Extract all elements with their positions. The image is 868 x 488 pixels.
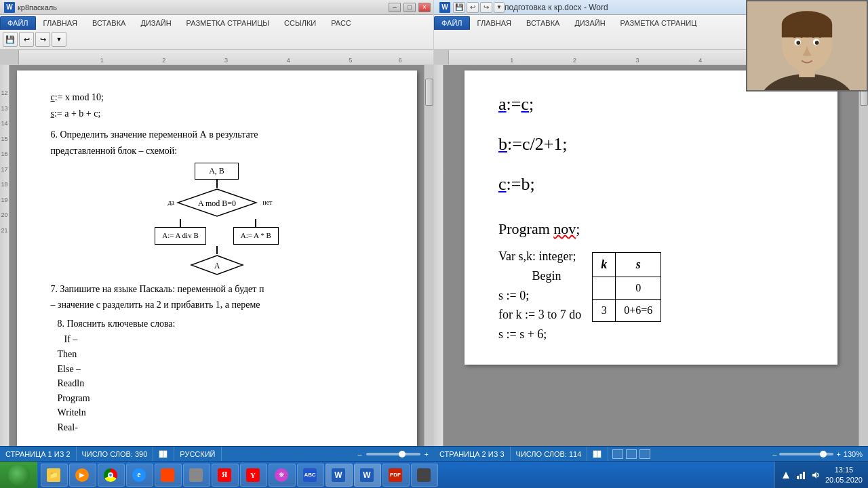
taskbar-app-yandex2[interactable]: Y <box>240 464 267 487</box>
taskbar-tray: 13:15 20.05.2020 <box>774 462 868 489</box>
close-btn-left[interactable]: × <box>418 3 431 12</box>
left-tab-insert[interactable]: ВСТАВКА <box>85 16 133 30</box>
table-cell-s1: 0+6=6 <box>616 300 661 322</box>
right-page-status: СТРАНИЦА 2 ИЗ 3 <box>434 447 511 461</box>
start-orb[interactable] <box>8 464 30 486</box>
right-doc-content-area[interactable]: a:=c; b:=c/2+1; c:=b; Program nov; Var <box>443 65 859 446</box>
redo-btn-right[interactable]: ↪ <box>480 2 492 13</box>
taskbar-app-explorer[interactable]: 📁 <box>41 464 68 487</box>
taskbar-app-flower[interactable]: ❋ <box>269 464 296 487</box>
taskbar-app-ie[interactable]: e <box>126 464 153 487</box>
minimize-btn-left[interactable]: – <box>389 3 401 12</box>
taskbar-app-pdf[interactable]: PDF <box>382 464 410 487</box>
table-header-k: k <box>593 253 616 277</box>
fc-diamond-svg: A mod B=0 <box>176 188 258 218</box>
taskbar-app-extra3[interactable] <box>411 464 438 487</box>
right-zoom-minus[interactable]: – <box>772 450 776 458</box>
taskbar-app-chrome[interactable] <box>98 464 125 487</box>
right-zoom-plus[interactable]: + <box>836 450 840 458</box>
right-lang-icon <box>587 447 608 461</box>
volume-icon <box>811 470 821 480</box>
right-tab-home[interactable]: ГЛАВНАЯ <box>470 16 519 30</box>
taskbar-app-media[interactable]: ▶ <box>69 464 96 487</box>
customize-qat-right[interactable]: ▼ <box>494 2 505 13</box>
left-tab-refs[interactable]: ССЫЛКИ <box>277 16 323 30</box>
right-tab-design[interactable]: ДИЗАЙН <box>567 16 612 30</box>
right-program-body: Var s,k: integer; Begin s := 0; for k :=… <box>498 247 804 344</box>
left-tab-design[interactable]: ДИЗАЙН <box>133 16 178 30</box>
undo-btn-left[interactable]: ↩ <box>19 32 34 47</box>
right-line-b: b:=c/2+1; <box>498 131 804 157</box>
right-content-row: a:=c; b:=c/2+1; c:=b; Program nov; Var <box>434 65 868 446</box>
start-button[interactable] <box>0 462 38 489</box>
tray-arrow-icon[interactable] <box>781 470 791 481</box>
left-scrollbar-thumb[interactable] <box>425 79 433 106</box>
right-tab-layout[interactable]: РАЗМЕТКА СТРАНИЦ <box>613 16 705 30</box>
taskbar: 📁 ▶ e Я Y ❋ АВС W <box>0 461 868 488</box>
svg-rect-7 <box>597 451 601 458</box>
restore-btn-left[interactable]: □ <box>403 3 416 12</box>
extra2-icon <box>189 468 203 482</box>
svg-text:А: А <box>214 261 220 270</box>
chrome-icon <box>104 468 117 482</box>
line-c-mod: c:= x mod 10; <box>51 91 383 104</box>
view-web-icon[interactable] <box>626 449 637 459</box>
left-doc-content-area[interactable]: c:= x mod 10; s:= a + b + c; 6. Определи… <box>9 65 424 446</box>
then-word: Then <box>58 348 383 361</box>
undo-btn-right[interactable]: ↩ <box>467 2 479 13</box>
view-outline-icon[interactable] <box>639 449 650 459</box>
left-page-status: СТРАНИЦА 1 ИЗ 2 <box>0 447 77 461</box>
c-underlined-b: c <box>498 174 507 194</box>
c-underlined-a: c <box>521 94 529 114</box>
right-data-table: k s 0 3 0+6 <box>592 252 661 322</box>
fc-input-box: А, B <box>195 163 239 180</box>
right-doc-page: a:=c; b:=c/2+1; c:=b; Program nov; Var <box>465 70 837 365</box>
left-content-row: 12 13 14 15 16 17 18 19 20 21 c:= x mod … <box>0 65 433 446</box>
right-tab-file[interactable]: ФАЙЛ <box>434 16 470 30</box>
book-icon-right <box>593 449 602 459</box>
left-title-bar: W кр8паскаль – □ × <box>0 0 433 15</box>
svg-rect-10 <box>800 474 802 479</box>
left-zoom-slider[interactable] <box>366 453 420 455</box>
svg-rect-11 <box>803 472 805 479</box>
right-scrollbar[interactable] <box>859 65 868 446</box>
right-zoom-slider[interactable] <box>779 453 833 455</box>
left-tab-mail[interactable]: РАСС <box>323 16 359 30</box>
redo-btn-left[interactable]: ↪ <box>35 32 50 47</box>
left-tab-file[interactable]: ФАЙЛ <box>0 16 36 30</box>
taskbar-app-extra1[interactable] <box>155 464 182 487</box>
yandex2-icon: Y <box>246 468 260 482</box>
ie-icon: e <box>132 468 146 482</box>
taskbar-app-yandex[interactable]: Я <box>212 464 239 487</box>
right-program-nov: Program nov; <box>498 218 804 240</box>
taskbar-app-word-left[interactable]: W <box>326 464 353 487</box>
taskbar-app-abc[interactable]: АВС <box>297 464 324 487</box>
taskbar-app-extra2[interactable] <box>183 464 210 487</box>
right-line-c: c:=b; <box>498 171 804 197</box>
right-s-loop: s := s + 6; <box>498 325 581 344</box>
fc-arrow1 <box>216 180 218 188</box>
s-underline: s <box>51 108 54 119</box>
fc-rect-left: A:= A div B <box>155 227 206 244</box>
left-zoom-plus[interactable]: + <box>425 450 429 458</box>
left-scrollbar[interactable] <box>424 65 433 446</box>
view-print-icon[interactable] <box>612 449 623 459</box>
table-row-0: 0 <box>593 277 661 300</box>
taskbar-app-word-right[interactable]: W <box>354 464 381 487</box>
left-tab-layout[interactable]: РАЗМЕТКА СТРАНИЦЫ <box>179 16 277 30</box>
right-line-a: a:=c; <box>498 91 804 117</box>
right-v-ruler <box>434 65 443 446</box>
line-s-sum: s:= a + b + c; <box>51 107 383 121</box>
right-tab-insert[interactable]: ВСТАВКА <box>519 16 567 30</box>
save-btn-right[interactable]: 💾 <box>453 2 465 13</box>
tray-network-icon[interactable] <box>795 470 806 481</box>
right-title-left: W 💾 ↩ ↪ ▼ <box>439 2 505 13</box>
left-tab-home[interactable]: ГЛАВНАЯ <box>36 16 85 30</box>
save-btn-left[interactable]: 💾 <box>3 32 18 47</box>
tray-volume-icon[interactable] <box>810 470 821 481</box>
right-words-status: ЧИСЛО СЛОВ: 114 <box>511 447 588 461</box>
program-word: Program <box>58 392 383 405</box>
tray-clock[interactable]: 13:15 20.05.2020 <box>825 465 863 485</box>
customize-qat-left[interactable]: ▼ <box>52 32 66 47</box>
left-zoom-minus[interactable]: – <box>357 450 361 458</box>
